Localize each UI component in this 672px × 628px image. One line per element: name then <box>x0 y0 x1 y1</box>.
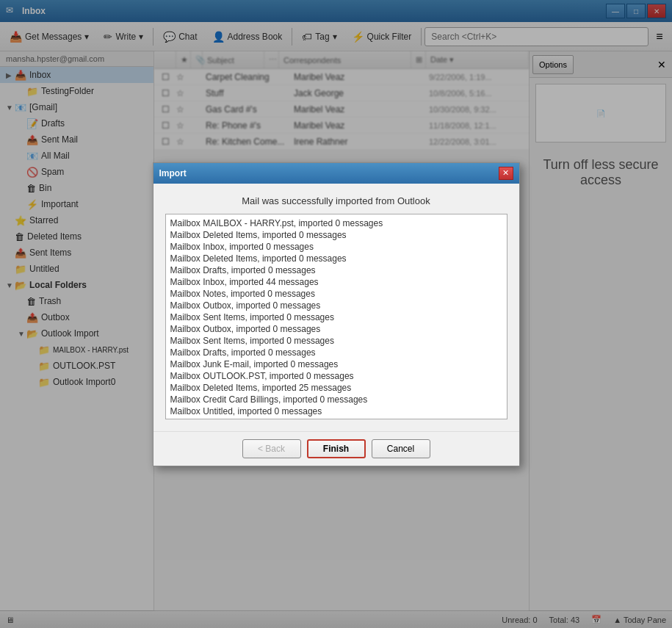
log-item: Mailbox Outbox, imported 0 messages <box>169 323 504 335</box>
import-modal: Import ✕ Mail was successfully imported … <box>153 162 520 466</box>
back-button[interactable]: < Back <box>242 439 301 458</box>
log-item: Mailbox Deleted Items, imported 0 messag… <box>169 253 504 264</box>
log-item: Mailbox Notes, imported 0 messages <box>169 288 504 300</box>
modal-close-button[interactable]: ✕ <box>499 167 513 180</box>
log-item: Mailbox Sent Items, imported 0 messages <box>169 335 504 347</box>
log-item: Mailbox OUTLOOK.PST, imported 0 messages <box>169 370 504 382</box>
finish-button[interactable]: Finish <box>307 439 366 458</box>
log-item: Mailbox MAILBOX - HARRY.pst, imported 0 … <box>169 217 504 229</box>
log-item: Mailbox Drafts, imported 0 messages <box>169 347 504 358</box>
log-item: Mailbox Inbox, imported 0 messages <box>169 241 504 253</box>
log-item: Mailbox Deleted Items, imported 0 messag… <box>169 229 504 241</box>
modal-success-message: Mail was successfully imported from Outl… <box>165 195 507 206</box>
log-item: Mailbox Sent Items, imported 0 messages <box>169 311 504 323</box>
log-item: Mailbox Outbox, imported 0 messages <box>169 300 504 311</box>
log-item: Mailbox Untitled, imported 0 messages <box>169 405 504 417</box>
modal-log[interactable]: Mailbox MAILBOX - HARRY.pst, imported 0 … <box>165 214 507 419</box>
cancel-button[interactable]: Cancel <box>372 439 430 458</box>
modal-overlay: Import ✕ Mail was successfully imported … <box>0 0 672 628</box>
log-item: Mailbox Inbox, imported 44 messages <box>169 276 504 288</box>
modal-footer: < Back Finish Cancel <box>153 431 519 466</box>
modal-title-bar: Import ✕ <box>153 163 519 184</box>
modal-title: Import <box>159 168 499 178</box>
log-item: Mailbox Drafts, imported 0 messages <box>169 264 504 276</box>
log-item: Mailbox Root - Public, imported 0 messag… <box>169 417 504 419</box>
log-item: Mailbox Deleted Items, imported 25 messa… <box>169 382 504 394</box>
log-item: Mailbox Junk E-mail, imported 0 messages <box>169 358 504 370</box>
log-item: Mailbox Credit Card Billings, imported 0… <box>169 394 504 405</box>
modal-body: Mail was successfully imported from Outl… <box>153 184 519 431</box>
